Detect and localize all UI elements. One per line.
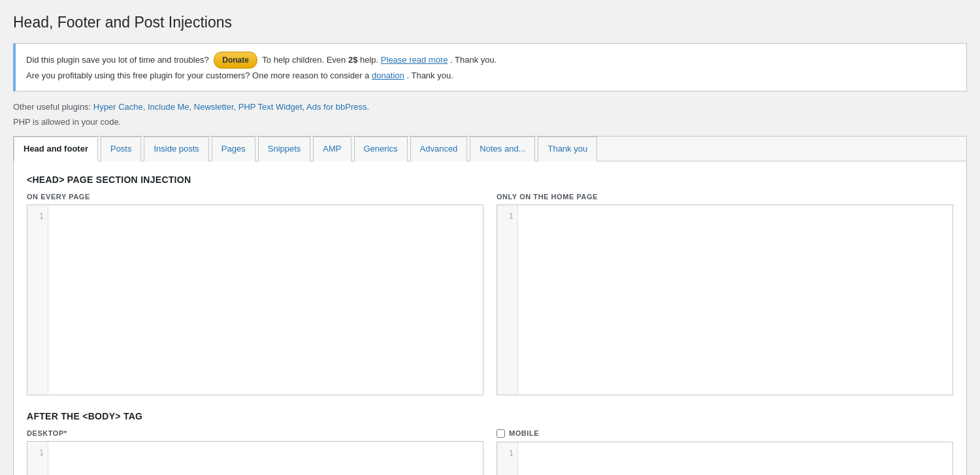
head-every-page-textarea[interactable] xyxy=(48,205,483,395)
head-home-page-line-numbers: 1 xyxy=(497,205,518,395)
php-notice: PHP is allowed in your code. xyxy=(13,117,967,127)
after-body-grid: DESKTOP* 1 MOBILE 1 xyxy=(27,429,953,475)
tab-inside-posts[interactable]: Inside posts xyxy=(144,137,208,161)
notice-text1: Did this plugin save you lot of time and… xyxy=(26,55,209,65)
tab-head-and-footer[interactable]: Head and footer xyxy=(14,137,98,161)
plugin-link-php-text-widget[interactable]: PHP Text Widget xyxy=(238,102,302,112)
body-mobile-checkbox[interactable] xyxy=(497,429,505,438)
tab-generics[interactable]: Generics xyxy=(354,137,408,161)
plugin-link-newsletter[interactable]: Newsletter xyxy=(194,102,234,112)
donation-link[interactable]: donation xyxy=(372,71,404,80)
notice-text2: To help children. Even xyxy=(262,55,346,65)
head-home-page-textarea-wrapper: 1 xyxy=(497,205,953,395)
head-home-page-label: ONLY ON THE HOME PAGE xyxy=(497,193,953,201)
head-every-page-textarea-wrapper: 1 xyxy=(27,205,483,395)
head-section: <HEAD> PAGE SECTION INJECTION ON EVERY P… xyxy=(27,174,953,395)
read-more-link[interactable]: Please read more xyxy=(381,55,448,65)
tab-content-head-and-footer: <HEAD> PAGE SECTION INJECTION ON EVERY P… xyxy=(14,161,966,475)
tab-amp[interactable]: AMP xyxy=(313,137,351,161)
notice-amount: 2$ xyxy=(348,55,357,65)
body-mobile-col: MOBILE 1 xyxy=(497,429,953,475)
after-body-section-title: AFTER THE <BODY> TAG xyxy=(27,411,953,421)
notice-box: Did this plugin save you lot of time and… xyxy=(13,43,967,91)
notice-text4: . Thank you. xyxy=(450,55,497,65)
tabs-container: Head and footer Posts Inside posts Pages… xyxy=(13,136,967,475)
tab-thank-you[interactable]: Thank you xyxy=(538,137,597,161)
head-every-page-label: ON EVERY PAGE xyxy=(27,193,483,201)
tabs-nav: Head and footer Posts Inside posts Pages… xyxy=(14,137,966,161)
tab-advanced[interactable]: Advanced xyxy=(410,137,468,161)
head-every-page-col: ON EVERY PAGE 1 xyxy=(27,193,483,395)
head-every-page-line-numbers: 1 xyxy=(27,205,48,395)
head-home-page-textarea[interactable] xyxy=(518,205,953,395)
notice-text5: Are you profitably using this free plugi… xyxy=(26,71,369,80)
notice-text3: help. xyxy=(360,55,378,65)
head-section-grid: ON EVERY PAGE 1 ONLY ON THE HOME PAGE 1 xyxy=(27,193,953,395)
tab-snippets[interactable]: Snippets xyxy=(258,137,311,161)
body-mobile-line-numbers: 1 xyxy=(497,442,518,475)
plugins-line: Other useful plugins: Hyper Cache, Inclu… xyxy=(13,102,967,112)
head-home-page-col: ONLY ON THE HOME PAGE 1 xyxy=(497,193,953,395)
body-mobile-label-text: MOBILE xyxy=(509,429,539,437)
donate-button[interactable]: Donate xyxy=(214,52,257,69)
plugin-link-hyper-cache[interactable]: Hyper Cache xyxy=(93,102,143,112)
body-mobile-label: MOBILE xyxy=(497,429,953,438)
plugin-link-include-me[interactable]: Include Me xyxy=(148,102,189,112)
body-desktop-label: DESKTOP* xyxy=(27,429,483,437)
head-section-title: <HEAD> PAGE SECTION INJECTION xyxy=(27,174,953,185)
page-title: Head, Footer and Post Injections xyxy=(13,13,967,33)
tab-pages[interactable]: Pages xyxy=(212,137,255,161)
tab-posts[interactable]: Posts xyxy=(101,137,142,161)
plugin-link-ads-bbpress[interactable]: Ads for bbPress xyxy=(306,102,367,112)
plugins-prefix: Other useful plugins: xyxy=(13,102,91,112)
body-mobile-textarea-wrapper: 1 xyxy=(497,442,953,475)
body-desktop-col: DESKTOP* 1 xyxy=(27,429,483,475)
notice-text6: . Thank you. xyxy=(406,71,453,80)
tab-notes-and[interactable]: Notes and... xyxy=(470,137,535,161)
body-mobile-textarea[interactable] xyxy=(518,442,953,475)
body-desktop-line-numbers: 1 xyxy=(27,442,48,475)
body-desktop-textarea[interactable] xyxy=(48,442,483,475)
body-desktop-textarea-wrapper: 1 xyxy=(27,441,483,475)
after-body-section: AFTER THE <BODY> TAG DESKTOP* 1 xyxy=(27,411,953,475)
